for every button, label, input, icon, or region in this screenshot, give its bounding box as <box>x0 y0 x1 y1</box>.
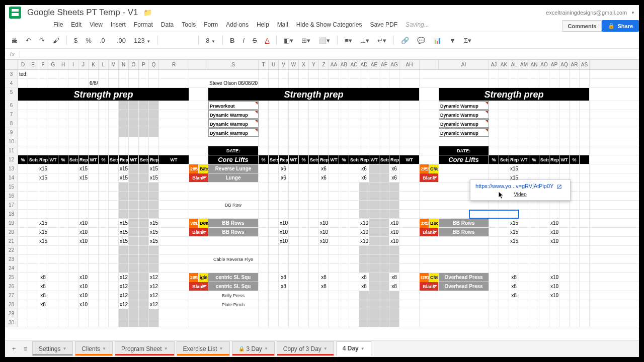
mouse-cursor <box>499 192 505 200</box>
redo-icon[interactable]: ↷ <box>37 36 47 45</box>
menu-hideshow[interactable]: Hide & Show Categories <box>296 21 362 31</box>
text-color-button[interactable]: A <box>263 36 272 45</box>
add-sheet-button[interactable]: + <box>9 344 19 353</box>
dec-dec-button[interactable]: .0_ <box>98 36 111 45</box>
inc-dec-button[interactable]: .00 <box>115 36 128 45</box>
tab-clients[interactable]: Clients▼ <box>75 341 113 356</box>
filter-icon[interactable]: ▼ <box>447 36 458 45</box>
link-icon[interactable]: 🔗 <box>399 36 411 45</box>
column-headers[interactable]: D E F G H I J K L M N O P Q R S T U V W … <box>5 60 639 70</box>
valign-icon[interactable]: ⊥▾ <box>358 36 371 45</box>
title-bar: Google Sheets PT Temp - V1 📁 exceltraini… <box>5 5 639 20</box>
percent-button[interactable]: % <box>84 36 94 45</box>
tab-program-sheet[interactable]: Program Sheet▼ <box>115 341 175 356</box>
wrap-icon[interactable]: ↵▾ <box>375 36 388 45</box>
folder-icon[interactable]: 📁 <box>143 9 152 17</box>
menu-view[interactable]: View <box>90 21 103 31</box>
toolbar: 🖶 ↶ ↷ 🖌 $ % .0_ .00 123 ▼ 8 ▼ B I S A ◧▾… <box>5 32 639 49</box>
menu-format[interactable]: Format <box>134 21 153 31</box>
user-email[interactable]: exceltrainingdesigns@gmail.com <box>546 10 627 16</box>
fill-icon[interactable]: ◧▾ <box>282 36 295 45</box>
comments-button[interactable]: Comments <box>562 20 602 32</box>
menu-data[interactable]: Data <box>161 21 174 31</box>
borders-icon[interactable]: ⊞▾ <box>299 36 312 45</box>
menu-bar: File Edit View Insert Format Data Tools … <box>29 20 562 32</box>
link-url[interactable]: https://www.yo...v=gRVjAtPip0Y <box>475 183 553 189</box>
tab-copy-of-3-day[interactable]: Copy of 3 Day▼ <box>277 341 334 356</box>
font-size[interactable]: 8 ▼ <box>204 36 217 45</box>
halign-icon[interactable]: ≡▾ <box>343 36 354 45</box>
paint-icon[interactable]: 🖌 <box>51 36 61 45</box>
functions-icon[interactable]: Σ▾ <box>462 36 473 45</box>
all-sheets-button[interactable]: ≡ <box>21 344 30 353</box>
formula-bar[interactable]: fx <box>5 49 639 60</box>
menu-file[interactable]: File <box>53 21 63 31</box>
menu-help[interactable]: Help <box>257 21 269 31</box>
sheet-tabs: + ≡ Settings▼Clients▼Program Sheet▼Exerc… <box>5 340 639 357</box>
menu-form[interactable]: Form <box>204 21 218 31</box>
menu-insert[interactable]: Insert <box>111 21 126 31</box>
tab-4-day[interactable]: 4 Day▼ <box>336 341 371 356</box>
comment-icon[interactable]: 💬 <box>415 36 427 45</box>
print-icon[interactable]: 🖶 <box>9 36 20 45</box>
share-button[interactable]: 🔒Share <box>602 20 639 32</box>
menu-mail[interactable]: Mail <box>277 21 288 31</box>
menu-edit[interactable]: Edit <box>71 21 82 31</box>
bold-button[interactable]: B <box>228 36 236 45</box>
fx-label: fx <box>5 51 20 58</box>
merge-icon[interactable]: ⬜▾ <box>316 36 332 45</box>
chart-icon[interactable]: 📊 <box>431 36 443 45</box>
currency-button[interactable]: $ <box>72 36 79 45</box>
strike-button[interactable]: S <box>251 36 259 45</box>
hyperlink-popup[interactable]: https://www.yo...v=gRVjAtPip0Y Video <box>470 179 571 201</box>
external-link-icon <box>556 184 562 190</box>
doc-title[interactable]: Google Sheets PT Temp - V1 <box>27 8 138 18</box>
video-label[interactable]: Video <box>475 192 565 197</box>
spreadsheet-grid[interactable]: D E F G H I J K L M N O P Q R S T U V W … <box>5 60 639 341</box>
format-button[interactable]: 123 ▼ <box>132 36 152 45</box>
tab-3-day[interactable]: 🔒3 Day▼ <box>232 341 275 356</box>
saving-indicator: Saving... <box>406 21 429 31</box>
menu-addons[interactable]: Add-ons <box>226 21 249 31</box>
tab-exercise-list[interactable]: Exercise List▼ <box>177 341 230 356</box>
italic-button[interactable]: I <box>240 36 247 45</box>
menu-tools[interactable]: Tools <box>182 21 196 31</box>
undo-icon[interactable]: ↶ <box>24 36 33 45</box>
tab-settings[interactable]: Settings▼ <box>32 341 73 356</box>
sheets-logo <box>9 7 21 19</box>
menu-savepdf[interactable]: Save PDF <box>370 21 397 31</box>
